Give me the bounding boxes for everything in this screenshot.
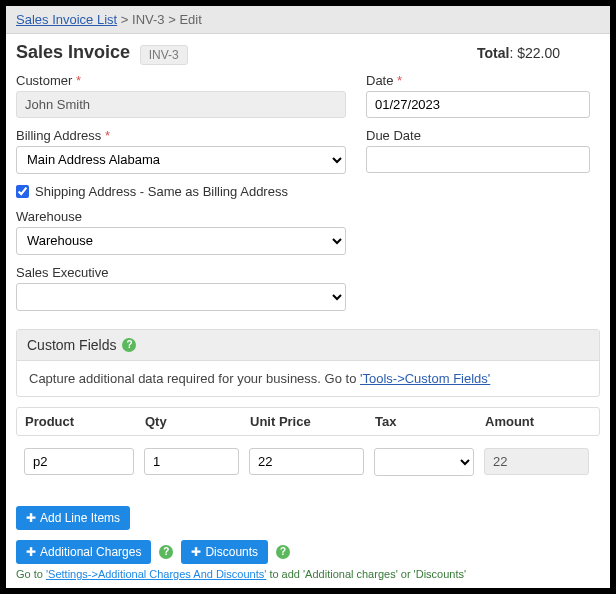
page-title: Sales Invoice [16,42,130,62]
breadcrumb-sep: > [121,12,132,27]
required-mark: * [397,73,402,88]
shipping-same-row: Shipping Address - Same as Billing Addre… [16,184,346,199]
header-qty: Qty [145,414,240,429]
main-content: Sales Invoice INV-3 Total: $22.00 Custom… [6,34,610,588]
due-date-label: Due Date [366,128,590,143]
customer-label: Customer * [16,73,346,88]
total-value: $22.00 [517,45,560,61]
info-icon[interactable]: ? [159,545,173,559]
line-amount-value: 22 [484,448,589,475]
invoice-badge: INV-3 [140,45,188,65]
custom-fields-body: Capture additional data required for you… [17,361,599,396]
required-mark: * [105,128,110,143]
total-label: Total [477,45,509,61]
form-columns: Customer * John Smith Billing Address * … [16,73,600,321]
header-product: Product [25,414,135,429]
header-amount: Amount [485,414,590,429]
sales-exec-select[interactable] [16,283,346,311]
warehouse-field: Warehouse Warehouse [16,209,346,255]
breadcrumb-item: INV-3 [132,12,165,27]
breadcrumb-root-link[interactable]: Sales Invoice List [16,12,117,27]
customer-field: Customer * John Smith [16,73,346,118]
line-product-input[interactable] [24,448,134,475]
custom-fields-section: Custom Fields ? Capture additional data … [16,329,600,397]
required-mark: * [76,73,81,88]
sales-exec-field: Sales Executive [16,265,346,311]
plus-icon: ✚ [191,545,201,559]
total-display: Total: $22.00 [477,45,560,61]
hint-prefix: Go to [16,568,46,580]
line-tax-select[interactable] [374,448,474,476]
customer-value[interactable]: John Smith [16,91,346,118]
shipping-same-label: Shipping Address - Same as Billing Addre… [35,184,288,199]
line-price-input[interactable] [249,448,364,475]
right-column: Date * Due Date [366,73,600,321]
add-line-label: Add Line Items [40,511,120,525]
sales-exec-label: Sales Executive [16,265,346,280]
date-label-text: Date [366,73,393,88]
date-input[interactable] [366,91,590,118]
add-line-row: ✚ Add Line Items [16,506,600,530]
custom-fields-header: Custom Fields ? [17,330,599,361]
info-icon[interactable]: ? [122,338,136,352]
custom-fields-link[interactable]: 'Tools->Custom Fields' [360,371,490,386]
line-items-header: Product Qty Unit Price Tax Amount [16,407,600,436]
shipping-same-checkbox[interactable] [16,185,29,198]
billing-label: Billing Address * [16,128,346,143]
billing-label-text: Billing Address [16,128,101,143]
hint-link[interactable]: 'Settings->Additional Charges And Discou… [46,568,266,580]
breadcrumb: Sales Invoice List > INV-3 > Edit [6,6,610,34]
custom-fields-text: Capture additional data required for you… [29,371,360,386]
warehouse-select[interactable]: Warehouse [16,227,346,255]
info-icon[interactable]: ? [276,545,290,559]
additional-charges-button[interactable]: ✚ Additional Charges [16,540,151,564]
additional-charges-label: Additional Charges [40,545,141,559]
date-label: Date * [366,73,590,88]
warehouse-label: Warehouse [16,209,346,224]
charges-discounts-row: ✚ Additional Charges ? ✚ Discounts ? [16,540,600,564]
left-column: Customer * John Smith Billing Address * … [16,73,346,321]
custom-fields-title: Custom Fields [27,337,116,353]
line-item-row: 22 [16,442,600,482]
discounts-label: Discounts [205,545,258,559]
add-line-items-button[interactable]: ✚ Add Line Items [16,506,130,530]
hint-suffix: to add 'Additional charges' or 'Discount… [266,568,466,580]
date-field: Date * [366,73,590,118]
breadcrumb-sep: > [168,12,179,27]
title-group: Sales Invoice INV-3 [16,42,188,65]
header-unit-price: Unit Price [250,414,365,429]
customer-label-text: Customer [16,73,72,88]
charges-hint: Go to 'Settings->Additional Charges And … [16,568,600,580]
due-date-field: Due Date [366,128,590,173]
header-tax: Tax [375,414,475,429]
total-colon: : [509,45,517,61]
plus-icon: ✚ [26,545,36,559]
breadcrumb-leaf: Edit [179,12,201,27]
due-date-input[interactable] [366,146,590,173]
plus-icon: ✚ [26,511,36,525]
billing-select[interactable]: Main Address Alabama [16,146,346,174]
discounts-button[interactable]: ✚ Discounts [181,540,268,564]
billing-field: Billing Address * Main Address Alabama [16,128,346,174]
app-frame: Sales Invoice List > INV-3 > Edit Sales … [6,6,610,588]
line-qty-input[interactable] [144,448,239,475]
title-row: Sales Invoice INV-3 Total: $22.00 [16,42,600,65]
